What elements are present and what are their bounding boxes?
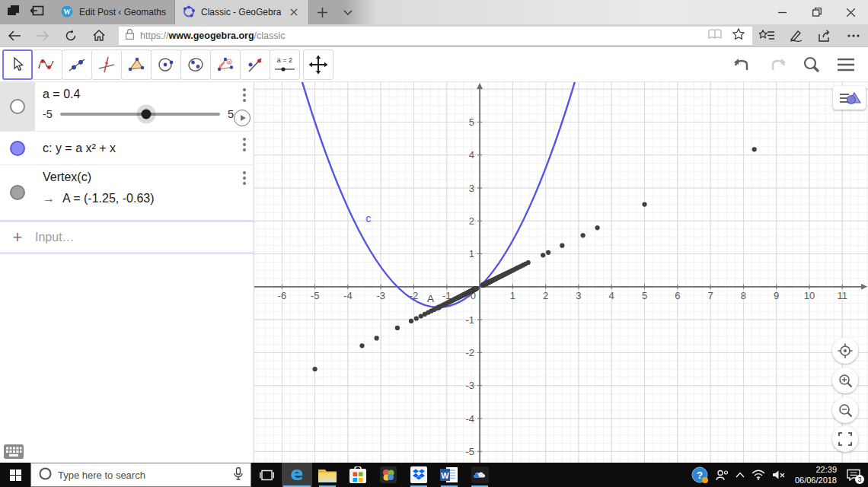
refresh-button[interactable]	[56, 24, 85, 47]
virtual-keyboard-button[interactable]	[2, 441, 26, 462]
standard-view-button[interactable]	[832, 338, 858, 364]
tool-perpendicular-line[interactable]	[91, 49, 122, 80]
tool-polygon[interactable]	[121, 49, 152, 80]
taskbar-onedrive-icon[interactable]	[464, 463, 495, 487]
tool-move[interactable]	[2, 49, 33, 80]
restore-button[interactable]	[799, 0, 834, 24]
clock-time: 22:39	[795, 464, 837, 475]
undo-icon[interactable]	[732, 57, 752, 72]
favorites-hub-icon[interactable]	[752, 24, 781, 47]
tool-line[interactable]	[62, 49, 92, 80]
taskbar-search-input[interactable]	[58, 469, 234, 481]
svg-text:W: W	[63, 8, 71, 15]
web-note-pen-icon[interactable]	[781, 24, 810, 47]
taskbar-dropbox-icon[interactable]	[404, 463, 434, 487]
tabs-set-aside-icon[interactable]	[8, 5, 20, 19]
algebra-input-row[interactable]: +	[0, 221, 254, 253]
svg-text:1: 1	[510, 290, 515, 301]
tab-title: Edit Post ‹ Geomaths — Wo	[79, 7, 167, 18]
windows-taskbar: e W ? 22:39 06/06/2018	[0, 463, 868, 487]
tab-close-icon[interactable]	[287, 5, 301, 19]
row-menu-icon[interactable]	[243, 138, 246, 151]
svg-text:3: 3	[469, 183, 474, 194]
graphics-view[interactable]: -6-5-4-3-2-11234567891011-5-4-3-2-112345…	[254, 82, 868, 463]
search-icon[interactable]	[803, 56, 821, 74]
taskbar-photos-app-icon[interactable]	[373, 463, 404, 487]
svg-text:7: 7	[707, 290, 713, 301]
back-button[interactable]	[0, 24, 28, 47]
minimize-button[interactable]	[765, 0, 799, 24]
menu-icon[interactable]	[836, 57, 856, 72]
set-tabs-aside-icon[interactable]	[30, 5, 44, 19]
taskbar-search[interactable]	[30, 463, 251, 487]
row-menu-icon[interactable]	[243, 171, 246, 185]
slider-track[interactable]	[60, 113, 220, 116]
taskbar-file-explorer-icon[interactable]	[312, 463, 343, 487]
people-icon[interactable]	[715, 469, 729, 481]
tab-preview-chevron-icon[interactable]	[335, 0, 361, 24]
row-menu-icon[interactable]	[243, 88, 246, 102]
algebra-panel: a = 0.4 -5 5 c: y = a x² + x V	[0, 82, 254, 463]
wordpress-icon: W	[61, 5, 73, 20]
algebra-row-vertex[interactable]: Vertex(c) → A = (-1.25, -0.63)	[0, 165, 254, 221]
visibility-marble[interactable]	[10, 99, 25, 114]
svg-text:4: 4	[609, 290, 614, 301]
help-notification-icon[interactable]: ?	[691, 466, 708, 483]
action-center-icon[interactable]: 3	[847, 469, 860, 481]
hidden-icons-chevron-icon[interactable]	[736, 472, 745, 478]
fullscreen-button[interactable]	[832, 426, 858, 452]
start-button[interactable]	[0, 463, 30, 487]
taskbar-word-icon[interactable]: W	[434, 463, 464, 487]
geogebra-icon	[183, 5, 195, 20]
tool-slider[interactable]: a = 2	[270, 49, 300, 80]
svg-text:-1: -1	[466, 314, 475, 326]
url-text: https://www.geogebra.org/classic	[140, 30, 708, 41]
tool-angle[interactable]: a	[210, 49, 241, 80]
taskbar-clock[interactable]: 22:39 06/06/2018	[792, 464, 840, 486]
home-button[interactable]	[85, 24, 113, 47]
url-field[interactable]: https://www.geogebra.org/classic	[119, 27, 752, 45]
cortana-icon	[31, 467, 58, 483]
taskbar-edge-icon[interactable]: e	[282, 463, 312, 487]
function-label: c: y = a x² + x	[35, 142, 254, 155]
svg-text:?: ?	[697, 469, 703, 481]
redo-icon[interactable]	[767, 57, 787, 72]
visibility-marble[interactable]	[10, 141, 25, 156]
reading-view-icon[interactable]	[708, 29, 722, 43]
share-icon[interactable]	[810, 24, 839, 47]
graph-canvas[interactable]: -6-5-4-3-2-11234567891011-5-4-3-2-112345…	[254, 82, 868, 463]
tool-point-on-object[interactable]	[32, 49, 62, 80]
svg-text:-4: -4	[343, 290, 353, 301]
algebra-row-slider[interactable]: a = 0.4 -5 5	[0, 82, 254, 132]
visibility-marble[interactable]	[10, 185, 25, 200]
microphone-icon[interactable]	[234, 467, 251, 483]
zoom-out-button[interactable]	[832, 397, 858, 423]
tool-circle-with-center[interactable]	[151, 49, 181, 80]
forward-button[interactable]	[28, 24, 56, 47]
curve-c-label: c	[365, 212, 371, 224]
wifi-icon[interactable]	[752, 469, 765, 480]
clock-date: 06/06/2018	[795, 475, 837, 485]
geogebra-toolbar: a a = 2	[0, 47, 868, 82]
tool-move-graphics-view[interactable]	[303, 49, 333, 80]
algebra-row-function[interactable]: c: y = a x² + x	[0, 132, 254, 165]
task-view-button[interactable]	[251, 463, 282, 487]
tool-ellipse[interactable]	[180, 49, 211, 80]
tab-wordpress[interactable]: W Edit Post ‹ Geomaths — Wo	[53, 0, 175, 24]
plus-icon: +	[0, 228, 35, 247]
new-tab-button[interactable]	[309, 0, 335, 24]
zoom-in-button[interactable]	[832, 368, 858, 393]
tab-geogebra[interactable]: Classic - GeoGebra	[175, 0, 309, 24]
more-options-icon[interactable]	[839, 24, 868, 47]
svg-text:-4: -4	[466, 413, 475, 425]
algebra-input[interactable]	[35, 231, 254, 244]
slider-handle[interactable]	[142, 110, 152, 119]
graphics-settings-button[interactable]	[833, 86, 866, 110]
volume-muted-icon[interactable]	[772, 469, 785, 480]
favorite-star-icon[interactable]	[732, 28, 745, 43]
close-button[interactable]	[834, 0, 868, 24]
taskbar-store-icon[interactable]	[343, 463, 373, 487]
animate-play-button[interactable]	[234, 110, 251, 126]
tool-reflect-about-line[interactable]	[240, 49, 270, 80]
svg-text:W: W	[441, 471, 449, 480]
